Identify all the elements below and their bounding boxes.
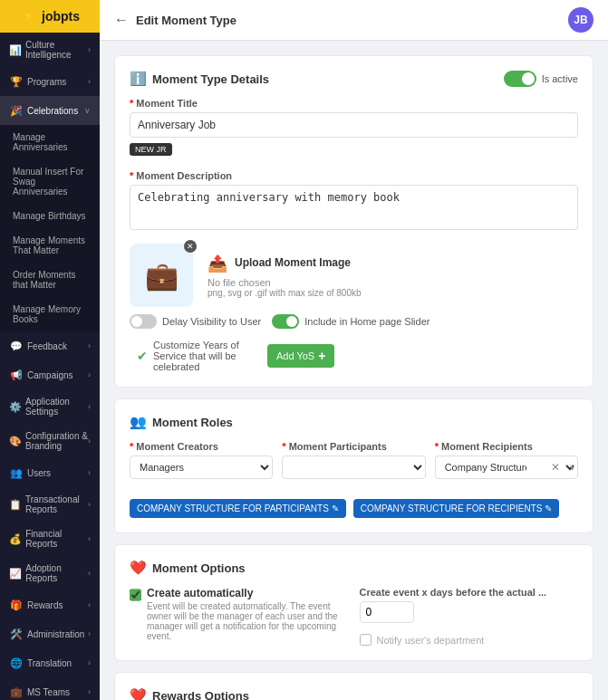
content-area: ℹ️ Moment Type Details Is active * Momen… xyxy=(100,41,608,700)
participants-label: * Moment Participants xyxy=(282,441,425,452)
briefcase-icon: 💼 xyxy=(145,260,179,292)
sidebar-item-transactional[interactable]: 📋 Transactional Reports › xyxy=(0,487,100,522)
moment-title-input[interactable] xyxy=(130,112,578,138)
feedback-icon: 💬 xyxy=(9,339,24,353)
sidebar-item-order-moments[interactable]: Order Moments that Matter xyxy=(0,263,100,297)
include-home-toggle[interactable] xyxy=(272,314,299,329)
customize-yos-container: ✔ Customize Years of Service that will b… xyxy=(137,340,334,372)
moment-description-label: * Moment Description xyxy=(130,170,578,181)
notify-dept-checkbox[interactable] xyxy=(360,634,372,646)
back-button[interactable]: ← xyxy=(114,12,129,28)
sidebar-item-config[interactable]: 🎨 Configuration & Branding › xyxy=(0,424,100,458)
sidebar-label-financial: Financial Reports xyxy=(25,529,88,549)
sidebar-label-administration: Administration xyxy=(27,629,84,639)
sidebar-label-rewards: Rewards xyxy=(27,600,63,610)
topbar: ← Edit Moment Type JB xyxy=(100,0,608,41)
sidebar-label-translation: Translation xyxy=(27,658,72,668)
recipients-label: * Moment Recipients xyxy=(435,441,578,452)
check-icon: ✔ xyxy=(137,349,148,363)
create-auto-container: Create automatically Event will be creat… xyxy=(130,587,349,646)
create-auto-desc: Event will be created automatically. The… xyxy=(147,601,349,641)
info-icon: ℹ️ xyxy=(130,71,147,87)
sidebar-item-culture[interactable]: 📊 Culture Intelligence › xyxy=(0,33,100,67)
transactional-icon: 📋 xyxy=(9,497,22,512)
trophy-icon: 🏆 xyxy=(9,74,24,89)
user-avatar: JB xyxy=(568,7,594,33)
celebrations-submenu: Manage Anniversaries Manual Insert For S… xyxy=(0,125,100,331)
sidebar-item-anniversaries[interactable]: Manage Anniversaries xyxy=(0,125,100,159)
moment-title-group: * Moment Title NEW JR xyxy=(130,98,578,159)
sidebar-item-users[interactable]: 👥 Users › xyxy=(0,458,100,487)
company-structure-participants-button[interactable]: COMPANY STRUCTURE FOR PARTICIPANTS ✎ xyxy=(130,499,346,518)
remove-image-btn[interactable]: ✕ xyxy=(184,240,197,253)
sidebar-item-feedback[interactable]: 💬 Feedback › xyxy=(0,331,100,360)
app-settings-icon: ⚙️ xyxy=(9,399,22,414)
sidebar-label-adoption: Adoption Reports xyxy=(25,563,88,583)
anniversaries-label: Manage Anniversaries xyxy=(13,132,91,152)
roles-icon: 👥 xyxy=(130,414,147,430)
chevron-icon: › xyxy=(88,629,91,638)
options-grid: Create automatically Event will be creat… xyxy=(130,587,578,646)
chevron-icon: › xyxy=(88,569,91,578)
sidebar-item-translation[interactable]: 🌐 Translation › xyxy=(0,648,100,677)
sidebar-item-programs[interactable]: 🏆 Programs › xyxy=(0,67,100,96)
chevron-icon: › xyxy=(88,658,91,667)
create-event-input[interactable] xyxy=(360,601,414,623)
sidebar-item-msteams[interactable]: 💼 MS Teams › xyxy=(0,677,100,700)
moment-options-title: ❤️ Moment Options xyxy=(130,560,578,576)
recipients-select-container: Company Structure ✕ ▾ xyxy=(435,455,578,479)
include-home-label: Include in Home page Slider xyxy=(304,316,429,327)
is-active-toggle-container: Is active xyxy=(504,71,578,87)
creators-group: * Moment Creators Managers xyxy=(130,441,273,479)
sidebar-label-app-settings: Application Settings xyxy=(25,397,88,417)
sidebar-item-celebrations[interactable]: 🎉 Celebrations ∨ xyxy=(0,96,100,125)
no-file-text: No file chosen xyxy=(207,277,578,288)
sidebar-item-administration[interactable]: 🛠️ Administration › xyxy=(0,619,100,648)
sidebar-item-financial[interactable]: 💰 Financial Reports › xyxy=(0,522,100,556)
sidebar-item-rewards[interactable]: 🎁 Rewards › xyxy=(0,590,100,619)
sidebar-item-app-settings[interactable]: ⚙️ Application Settings › xyxy=(0,389,100,424)
sidebar-item-moments-matter[interactable]: Manage Moments That Matter xyxy=(0,228,100,263)
recipients-clear-icon[interactable]: ✕ xyxy=(551,461,560,474)
financial-icon: 💰 xyxy=(9,532,22,546)
sidebar-item-swag[interactable]: Manual Insert For Swag Anniversaries xyxy=(0,159,100,204)
sidebar-label-msteams: MS Teams xyxy=(27,687,70,697)
creators-label: * Moment Creators xyxy=(130,441,273,452)
birthdays-label: Manage Birthdays xyxy=(13,211,86,221)
participants-select[interactable] xyxy=(282,455,425,479)
include-home-toggle-item: Include in Home page Slider xyxy=(272,314,429,329)
notify-dept-label: Notify user's department xyxy=(377,635,485,646)
delay-visibility-toggle[interactable] xyxy=(130,314,157,329)
sidebar-label-celebrations: Celebrations xyxy=(27,106,78,116)
create-auto-checkbox[interactable] xyxy=(130,589,141,601)
image-preview: ✕ 💼 xyxy=(130,244,193,307)
order-moments-label: Order Moments that Matter xyxy=(13,270,91,290)
is-active-toggle[interactable] xyxy=(504,71,536,87)
creators-select[interactable]: Managers xyxy=(130,455,273,479)
company-structure-recipients-button[interactable]: COMPANY STRUCTURE FOR RECIPIENTS ✎ xyxy=(353,499,560,518)
participants-group: * Moment Participants xyxy=(282,441,425,479)
memory-books-label: Manage Memory Books xyxy=(13,304,91,324)
sidebar-item-campaigns[interactable]: 📢 Campaigns › xyxy=(0,360,100,389)
chevron-icon: › xyxy=(88,341,91,350)
moment-description-textarea[interactable]: Celebrating anniversary with memory book xyxy=(130,185,578,230)
config-icon: 🎨 xyxy=(9,434,22,448)
moment-options-card: ❤️ Moment Options Create automatically E… xyxy=(114,544,594,661)
rewards-options-card: ❤️ Rewards Options Connect a Swag Item xyxy=(114,672,594,700)
sidebar-item-adoption[interactable]: 📈 Adoption Reports › xyxy=(0,556,100,590)
chevron-icon: › xyxy=(88,600,91,609)
msteams-icon: 💼 xyxy=(9,685,24,699)
rewards-options-title: ❤️ Rewards Options xyxy=(130,687,578,700)
structure-buttons-row: COMPANY STRUCTURE FOR PARTICIPANTS ✎ COM… xyxy=(130,499,578,518)
chevron-icon: › xyxy=(88,436,91,446)
chevron-down-icon: ∨ xyxy=(84,106,91,115)
upload-area: 📤 Upload Moment Image No file chosen png… xyxy=(207,254,578,298)
sidebar-logo: ⚡ jobpts xyxy=(0,0,100,33)
sidebar-item-memory-books[interactable]: Manage Memory Books xyxy=(0,297,100,331)
create-event-group: Create event x days before the actual ..… xyxy=(360,587,579,623)
moment-roles-title: 👥 Moment Roles xyxy=(130,414,578,430)
sidebar-item-birthdays[interactable]: Manage Birthdays xyxy=(0,204,100,228)
chevron-icon: › xyxy=(88,370,91,379)
add-yos-button[interactable]: Add YoS + xyxy=(267,344,334,368)
roles-grid: * Moment Creators Managers * Moment Part… xyxy=(130,441,578,490)
